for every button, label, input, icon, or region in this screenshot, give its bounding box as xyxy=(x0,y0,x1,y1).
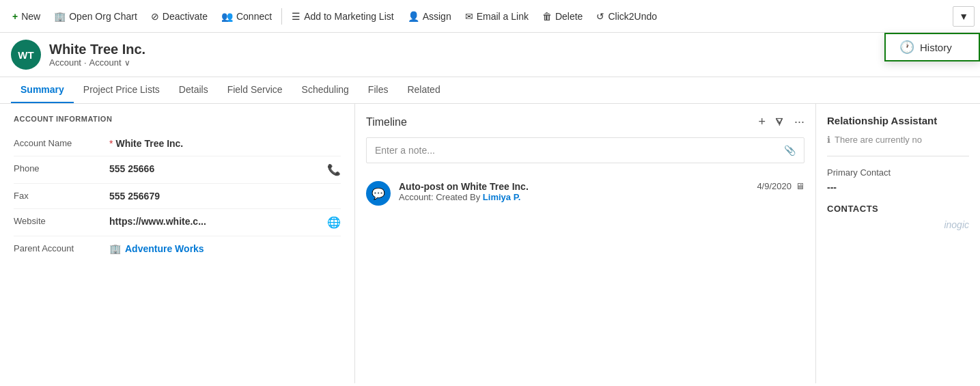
new-button[interactable]: + New xyxy=(5,7,47,26)
monitor-icon: 🖥 xyxy=(796,181,804,191)
entry-content: Auto-post on White Tree Inc. Account: Cr… xyxy=(399,181,748,202)
field-value-website: https://www.white.c... xyxy=(109,216,322,227)
globe-icon[interactable]: 🌐 xyxy=(327,216,341,229)
field-value-fax: 555 256679 xyxy=(109,191,341,202)
breadcrumb-account1: Account xyxy=(49,57,81,68)
org-chart-icon: 🏢 xyxy=(54,11,66,22)
info-icon: ℹ xyxy=(827,135,830,145)
primary-contact-value: --- xyxy=(827,182,969,193)
main-content: ACCOUNT INFORMATION Account Name * White… xyxy=(0,104,980,383)
timeline-title: Timeline xyxy=(366,116,407,128)
field-value-phone: 555 25666 xyxy=(109,163,322,174)
account-info-section: ACCOUNT INFORMATION Account Name * White… xyxy=(0,104,354,272)
breadcrumb-chevron-icon[interactable]: ∨ xyxy=(124,58,130,68)
field-parent-account: Parent Account 🏢 Adventure Works xyxy=(14,236,341,261)
tab-details[interactable]: Details xyxy=(169,77,218,103)
deactivate-label: Deactivate xyxy=(163,11,208,22)
watermark: inogic xyxy=(827,219,969,230)
more-button[interactable]: ▼ xyxy=(953,6,975,27)
tab-related[interactable]: Related xyxy=(397,77,449,103)
new-label: New xyxy=(21,11,40,22)
attachment-icon: 📎 xyxy=(784,145,796,156)
delete-button[interactable]: 🗑 Delete xyxy=(535,7,589,26)
breadcrumb-account2: Account xyxy=(89,57,122,68)
timeline-add-button[interactable]: + xyxy=(758,115,766,129)
field-label-fax: Fax xyxy=(14,191,109,201)
history-dropdown[interactable]: 🕐 History xyxy=(884,33,980,61)
field-label-phone: Phone xyxy=(14,163,109,174)
right-panel: Relationship Assistant ℹ There are curre… xyxy=(816,104,980,383)
entry-avatar-icon: 💬 xyxy=(372,187,385,200)
history-label: History xyxy=(920,42,952,53)
deactivate-icon: ⊘ xyxy=(151,11,159,22)
header-info: White Tree Inc. Account · Account ∨ xyxy=(49,42,145,68)
field-value-parent-account[interactable]: 🏢 Adventure Works xyxy=(109,243,341,254)
left-panel: ACCOUNT INFORMATION Account Name * White… xyxy=(0,104,355,383)
email-a-link-button[interactable]: ✉ Email a Link xyxy=(458,7,535,26)
field-label-website: Website xyxy=(14,216,109,226)
field-label-account-name: Account Name xyxy=(14,138,109,148)
tab-files[interactable]: Files xyxy=(359,77,398,103)
tab-field-service[interactable]: Field Service xyxy=(218,77,292,103)
toolbar: + New 🏢 Open Org Chart ⊘ Deactivate 👥 Co… xyxy=(0,0,980,33)
timeline-filter-button[interactable]: ⛛ xyxy=(774,115,786,129)
primary-contact-label: Primary Contact xyxy=(827,167,969,178)
contacts-title: CONTACTS xyxy=(827,204,969,214)
chevron-down-icon: ▼ xyxy=(959,11,968,22)
entry-avatar: 💬 xyxy=(366,181,391,206)
link-icon: 🏢 xyxy=(109,243,121,254)
company-name: White Tree Inc. xyxy=(49,42,145,57)
delete-icon: 🗑 xyxy=(542,11,552,22)
timeline-header: Timeline + ⛛ ··· xyxy=(366,115,804,129)
assign-button[interactable]: 👤 Assign xyxy=(401,7,458,26)
field-account-name: Account Name * White Tree Inc. xyxy=(14,131,341,156)
add-to-marketing-list-button[interactable]: ☰ Add to Marketing List xyxy=(285,7,401,26)
timeline-more-button[interactable]: ··· xyxy=(794,115,804,129)
connect-icon: 👥 xyxy=(221,11,233,22)
email-a-link-label: Email a Link xyxy=(477,11,529,22)
toolbar-divider xyxy=(281,8,282,25)
tab-bar: Summary Project Price Lists Details Fiel… xyxy=(0,77,980,104)
breadcrumb: Account · Account ∨ xyxy=(49,57,145,68)
field-phone: Phone 555 25666 📞 xyxy=(14,156,341,184)
open-org-chart-label: Open Org Chart xyxy=(69,11,137,22)
required-star: * xyxy=(109,138,113,149)
relationship-empty-info: ℹ There are currently no xyxy=(827,135,969,145)
note-placeholder: Enter a note... xyxy=(375,145,435,156)
assign-label: Assign xyxy=(423,11,451,22)
account-header: WT White Tree Inc. Account · Account ∨ xyxy=(0,33,980,77)
relationship-title: Relationship Assistant xyxy=(827,115,969,126)
deactivate-button[interactable]: ⊘ Deactivate xyxy=(144,7,214,26)
tab-summary[interactable]: Summary xyxy=(11,77,74,103)
entry-subtitle: Account: Created By Limiya P. xyxy=(399,192,748,202)
undo-icon: ↺ xyxy=(596,11,604,22)
center-panel: Timeline + ⛛ ··· Enter a note... 📎 💬 Aut… xyxy=(355,104,816,383)
delete-label: Delete xyxy=(555,11,583,22)
history-icon: 🕐 xyxy=(899,40,914,55)
phone-icon[interactable]: 📞 xyxy=(327,163,341,176)
timeline-note-input[interactable]: Enter a note... 📎 xyxy=(366,137,804,163)
email-icon: ✉ xyxy=(465,11,473,22)
tab-project-price-lists[interactable]: Project Price Lists xyxy=(74,77,169,103)
entry-date-text: 4/9/2020 xyxy=(757,181,792,191)
entry-title: Auto-post on White Tree Inc. xyxy=(399,181,748,192)
timeline-entry: 💬 Auto-post on White Tree Inc. Account: … xyxy=(366,174,804,212)
connect-button[interactable]: 👥 Connect xyxy=(214,7,279,26)
click2undo-button[interactable]: ↺ Click2Undo xyxy=(589,7,664,26)
field-label-parent-account: Parent Account xyxy=(14,243,109,253)
field-value-account-name: White Tree Inc. xyxy=(115,138,341,149)
timeline-actions: + ⛛ ··· xyxy=(758,115,804,129)
click2undo-label: Click2Undo xyxy=(608,11,657,22)
connect-label: Connect xyxy=(236,11,272,22)
breadcrumb-dot: · xyxy=(84,57,87,68)
assign-icon: 👤 xyxy=(408,11,419,22)
field-website: Website https://www.white.c... 🌐 xyxy=(14,209,341,236)
entry-author: Limiya P. xyxy=(483,192,520,202)
field-fax: Fax 555 256679 xyxy=(14,184,341,209)
right-divider xyxy=(827,156,969,156)
tab-scheduling[interactable]: Scheduling xyxy=(292,77,359,103)
open-org-chart-button[interactable]: 🏢 Open Org Chart xyxy=(47,7,144,26)
avatar: WT xyxy=(11,40,41,70)
marketing-icon: ☰ xyxy=(292,11,300,22)
entry-date: 4/9/2020 🖥 xyxy=(757,181,804,191)
